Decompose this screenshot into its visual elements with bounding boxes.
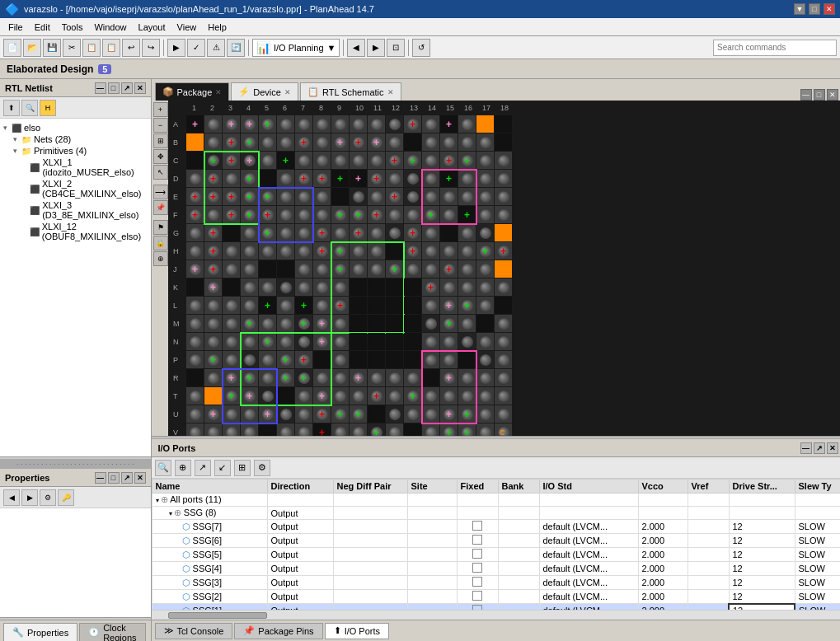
props-tool-2[interactable]: 🔑 — [58, 489, 74, 506]
io-import-btn[interactable]: ↙ — [214, 460, 231, 476]
tab-tcl-console[interactable]: ≫ Tcl Console — [155, 623, 233, 639]
minimize-btn[interactable]: ▼ — [794, 3, 805, 15]
netlist-restore[interactable]: □ — [108, 82, 120, 94]
col-neg-diff[interactable]: Neg Diff Pair — [333, 480, 407, 494]
toolbar-back[interactable]: ◀ — [347, 39, 365, 57]
toolbar-refresh[interactable]: 🔄 — [227, 39, 245, 57]
table-row[interactable]: ▾ ⊕ SSG (8)Output — [152, 507, 840, 520]
props-restore[interactable]: □ — [108, 472, 120, 484]
io-add-btn[interactable]: ⊕ — [175, 460, 191, 476]
package-tab-close[interactable]: ✕ — [215, 88, 222, 96]
menu-edit[interactable]: Edit — [30, 21, 55, 34]
tab-io-ports[interactable]: ⬆ I/O Ports — [325, 623, 389, 639]
col-vcco[interactable]: Vcco — [638, 480, 687, 494]
assign-tool[interactable]: 📌 — [153, 200, 168, 215]
props-close[interactable]: ✕ — [134, 472, 146, 484]
tab-properties[interactable]: 🔧 Properties — [3, 623, 77, 641]
table-row[interactable]: ⬡ SSG[1]Outputdefault (LVCM...2.00012SLO… — [152, 604, 840, 611]
io-settings-btn[interactable]: ⚙ — [254, 460, 270, 476]
menu-tools[interactable]: Tools — [57, 21, 88, 34]
col-name[interactable]: Name — [152, 480, 267, 494]
tree-item-xlxi3[interactable]: ⬛ XLXI_3 (D3_8E_MXILINX_elso) — [23, 199, 148, 221]
zoom-out-tool[interactable]: − — [153, 118, 168, 133]
tab-rtl-schematic[interactable]: 📋 RTL Schematic ✕ — [300, 82, 401, 101]
toolbar-run[interactable]: ▶ — [167, 39, 185, 57]
toolbar-check[interactable]: ✓ — [187, 39, 205, 57]
props-expand[interactable]: ↗ — [121, 472, 133, 484]
tab-clock-regions[interactable]: 🕐 Clock Regions — [79, 623, 145, 641]
menu-file[interactable]: File — [3, 21, 28, 34]
table-row[interactable]: ⬡ SSG[4]Outputdefault (LVCM...2.00012SLO… — [152, 562, 840, 576]
col-direction[interactable]: Direction — [267, 480, 333, 494]
lock-tool[interactable]: 🔒 — [153, 236, 168, 250]
tree-item-xlxi12[interactable]: ⬛ XLXI_12 (OBUF8_MXILINX_elso) — [23, 221, 148, 242]
marker-tool[interactable]: ⚑ — [153, 220, 168, 235]
tree-item-prims[interactable]: ▾ 📁 Primitives (4) — [13, 145, 148, 157]
viewer-minimize[interactable]: — — [800, 89, 812, 101]
tree-item-elso[interactable]: ▾ ⬛ elso — [3, 122, 148, 133]
table-row[interactable]: ⬡ SSG[6]Outputdefault (LVCM...2.00012SLO… — [152, 534, 840, 548]
props-back[interactable]: ◀ — [3, 489, 20, 506]
menu-help[interactable]: Help — [203, 21, 232, 34]
toolbar-forward[interactable]: ▶ — [367, 39, 385, 57]
flow-dropdown[interactable]: 📊 I/O Planning ▼ — [252, 39, 340, 57]
menu-window[interactable]: Window — [89, 21, 131, 34]
pan-tool[interactable]: ✥ — [153, 149, 168, 164]
props-forward[interactable]: ▶ — [21, 489, 38, 506]
tab-device[interactable]: ⚡ Device ✕ — [231, 82, 298, 101]
cursor-tool[interactable]: ⊕ — [153, 251, 168, 266]
toolbar-refresh2[interactable]: ↺ — [412, 39, 430, 57]
toolbar-home[interactable]: ⊡ — [387, 39, 405, 57]
toolbar-new[interactable]: 📄 — [3, 39, 21, 57]
toolbar-redo[interactable]: ↪ — [142, 39, 160, 57]
props-minimize[interactable]: — — [95, 472, 106, 484]
table-row[interactable]: ⬡ SSG[3]Outputdefault (LVCM...2.00012SLO… — [152, 576, 840, 590]
expand-elso[interactable]: ▾ — [3, 124, 12, 132]
io-close[interactable]: ✕ — [827, 442, 838, 454]
menu-view[interactable]: View — [172, 21, 202, 34]
io-search-icon[interactable]: 🔍 — [155, 460, 171, 476]
device-tab-close[interactable]: ✕ — [284, 88, 291, 96]
expand-nets[interactable]: ▾ — [13, 135, 21, 143]
table-row[interactable]: ⬡ SSG[7]Outputdefault (LVCM...2.00012SLO… — [152, 520, 840, 534]
col-slew[interactable]: Slew Ty — [795, 480, 840, 494]
toolbar-cut[interactable]: ✂ — [63, 39, 81, 57]
tree-item-xlxi2[interactable]: ⬛ XLXI_2 (CB4CE_MXILINX_elso) — [23, 178, 148, 199]
scrollbar-thumb-h[interactable] — [168, 612, 267, 619]
toolbar-copy[interactable]: 📋 — [82, 39, 101, 57]
col-iostd[interactable]: I/O Std — [539, 480, 638, 494]
toolbar-drc[interactable]: ⚠ — [207, 39, 225, 57]
search-input[interactable] — [713, 40, 837, 56]
menu-layout[interactable]: Layout — [134, 21, 171, 34]
tree-item-xlxi1[interactable]: ⬛ XLXI_1 (idozito_MUSER_elso) — [23, 157, 148, 178]
fit-tool[interactable]: ⊞ — [153, 133, 168, 148]
rtl-tab-close[interactable]: ✕ — [387, 88, 394, 96]
tree-item-nets[interactable]: ▾ 📁 Nets (28) — [13, 133, 148, 145]
col-vref[interactable]: Vref — [687, 480, 729, 494]
io-minimize[interactable]: — — [800, 442, 812, 454]
zoom-in-tool[interactable]: + — [153, 102, 168, 117]
close-btn[interactable]: ✕ — [824, 3, 835, 15]
netlist-minimize[interactable]: — — [95, 82, 106, 94]
table-row[interactable]: ⬡ SSG[5]Outputdefault (LVCM...2.00012SLO… — [152, 548, 840, 562]
select-tool[interactable]: ↖ — [153, 165, 168, 180]
col-site[interactable]: Site — [407, 480, 457, 494]
io-columns-btn[interactable]: ⊞ — [234, 460, 251, 476]
io-scrollbar-h[interactable] — [152, 610, 841, 620]
io-export-btn[interactable]: ↗ — [195, 460, 211, 476]
viewer-close[interactable]: ✕ — [827, 89, 838, 101]
table-row[interactable]: ⬡ SSG[2]Outputdefault (LVCM...2.00012SLO… — [152, 590, 840, 604]
toolbar-paste[interactable]: 📋 — [102, 39, 120, 57]
toolbar-undo[interactable]: ↩ — [122, 39, 140, 57]
tab-package[interactable]: 📦 Package ✕ — [155, 82, 230, 101]
toolbar-save[interactable]: 💾 — [43, 39, 61, 57]
tab-package-pins[interactable]: 📌 Package Pins — [234, 623, 322, 639]
col-drive[interactable]: Drive Str... — [729, 480, 795, 494]
netlist-tool-1[interactable]: ⬆ — [3, 100, 20, 116]
viewer-maximize[interactable]: □ — [814, 89, 825, 101]
maximize-btn[interactable]: □ — [809, 3, 820, 15]
col-bank[interactable]: Bank — [498, 480, 539, 494]
col-fixed[interactable]: Fixed — [457, 480, 498, 494]
netlist-tool-2[interactable]: 🔍 — [21, 100, 38, 116]
toolbar-open[interactable]: 📂 — [23, 39, 41, 57]
